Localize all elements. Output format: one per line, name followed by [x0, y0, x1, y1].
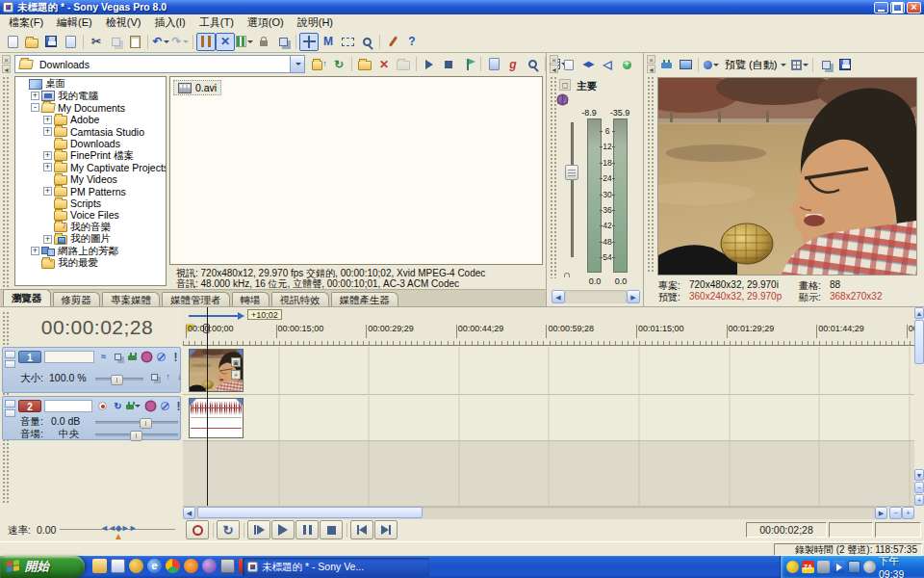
track1-automation-icon[interactable]	[140, 351, 154, 363]
track1-size-thumb[interactable]	[111, 375, 123, 385]
auto-preview-icon[interactable]	[458, 55, 477, 73]
audio-event[interactable]	[189, 398, 244, 438]
tree-item[interactable]: 我的最愛	[16, 257, 165, 269]
vscroll-thumb[interactable]	[914, 320, 924, 364]
folder-shortcut-icon[interactable]	[92, 559, 107, 573]
track2-volume-thumb[interactable]	[140, 418, 152, 429]
tree-expander-icon[interactable]: +	[43, 235, 52, 244]
dock-tab[interactable]: 修剪器	[53, 292, 101, 306]
tree-expander-icon[interactable]: -	[31, 103, 39, 112]
track1-solo-icon[interactable]: !	[168, 351, 183, 363]
network-status-icon[interactable]	[848, 561, 860, 573]
mixer-scroll-left-icon[interactable]: ◀	[552, 290, 565, 303]
preview-close-icon[interactable]: ×	[647, 55, 655, 64]
bus-solo-icon[interactable]: !	[555, 93, 570, 106]
copy-icon[interactable]	[106, 33, 125, 51]
vscroll-up-icon[interactable]: ▲	[914, 307, 924, 319]
track1-header[interactable]: 1 ≈ ! 大小: 100.0 % ↑ ↓	[2, 347, 181, 393]
chrome-icon[interactable]	[166, 559, 180, 573]
track1-number-badge[interactable]: 1	[18, 351, 41, 363]
vzoom-out-icon[interactable]: −	[914, 482, 924, 493]
minimize-button[interactable]	[874, 2, 888, 13]
input-monitor-icon[interactable]: ↻	[111, 400, 125, 412]
redo-icon[interactable]: ↷	[170, 33, 190, 51]
go-to-start-button[interactable]	[350, 520, 373, 539]
tree-item[interactable]: +FinePrint 檔案	[16, 149, 165, 161]
new-project-icon[interactable]	[3, 33, 22, 51]
tree-expander-icon[interactable]: +	[43, 163, 52, 171]
track1-minimize-icon[interactable]	[5, 351, 15, 358]
tray-player-icon[interactable]	[833, 561, 845, 573]
downmix-output-icon[interactable]: ◀▶	[578, 56, 598, 74]
shuttle-marker-icon[interactable]: ▲	[114, 531, 123, 541]
start-preview-icon[interactable]	[420, 55, 439, 73]
address-dropdown-icon[interactable]	[290, 56, 304, 72]
auto-crossfade-icon[interactable]: ✕	[216, 33, 235, 51]
tree-item[interactable]: Scripts	[16, 197, 165, 209]
selection-end-box[interactable]	[875, 522, 921, 538]
zonealarm-icon[interactable]: ZA	[802, 561, 814, 573]
video-event[interactable]: ▣ +	[189, 349, 244, 392]
stop-preview-icon[interactable]	[439, 55, 458, 73]
external-monitor-icon[interactable]	[676, 56, 695, 74]
track2-pan-slider[interactable]	[95, 434, 178, 436]
tree-item[interactable]: My Videos	[16, 173, 165, 185]
track2-pan-thumb[interactable]	[130, 431, 142, 441]
track2-number-badge[interactable]: 2	[18, 400, 41, 412]
playhead[interactable]	[207, 307, 208, 506]
play-from-start-button[interactable]	[247, 520, 270, 539]
project-properties-icon[interactable]	[61, 33, 80, 51]
selection-edit-tool-icon[interactable]	[338, 33, 357, 51]
tree-expander-icon[interactable]: +	[43, 116, 52, 124]
auto-ripple-icon[interactable]	[235, 33, 254, 51]
timeline-ruler[interactable]: +10;02 00:00:00;0000:00:15;0000:00:29;29…	[183, 307, 914, 346]
track1-size-slider[interactable]	[95, 378, 143, 381]
document-shortcut-icon[interactable]	[111, 559, 125, 573]
normal-edit-tool-icon[interactable]	[299, 33, 319, 51]
file-item[interactable]: 0.avi	[173, 80, 221, 95]
track1-name-field[interactable]	[44, 351, 94, 363]
hscroll-thumb[interactable]	[197, 507, 423, 518]
menu-item[interactable]: 檢視(V)	[99, 14, 148, 31]
record-arm-icon[interactable]	[95, 400, 110, 412]
vscroll-down-icon[interactable]: ▼	[914, 469, 924, 481]
menu-item[interactable]: 檔案(F)	[2, 14, 50, 31]
vzoom-in-icon[interactable]: +	[914, 494, 924, 506]
tree-item[interactable]: 我的音樂	[16, 222, 165, 233]
hscroll-left-icon[interactable]: ◀	[183, 507, 195, 519]
fade-handle-icon[interactable]	[190, 350, 196, 356]
cursor-time-box[interactable]: 00:00:02;28	[746, 522, 827, 538]
tutorials-icon[interactable]	[383, 33, 402, 51]
mixer-properties-icon[interactable]	[559, 56, 578, 74]
master-fader-thumb[interactable]	[565, 165, 578, 180]
event-fx-icon[interactable]: +	[231, 370, 241, 380]
tree-item[interactable]: +我的圖片	[16, 233, 165, 245]
track2-header[interactable]: 2 ↻ ! 音量: 0.0 dB 音場: 中央	[2, 396, 181, 440]
timeline-vscrollbar[interactable]: ▲ ▼ − +	[914, 307, 924, 506]
tree-expander-icon[interactable]: +	[43, 187, 52, 196]
task-button[interactable]: 未標題的 * - Sony Ve...	[243, 558, 429, 576]
tree-expander-icon[interactable]: +	[31, 247, 39, 255]
whats-this-help-icon[interactable]: ?	[402, 33, 422, 51]
tree-item[interactable]: +PM Patterns	[16, 186, 165, 197]
preview-collapse-icon[interactable]: ◂	[647, 65, 655, 73]
track2-minimize-icon[interactable]	[5, 400, 15, 407]
dim-output-icon[interactable]: ◁	[598, 56, 617, 74]
dock-tab[interactable]: 專案媒體	[102, 292, 160, 306]
address-combo[interactable]: Downloads	[14, 55, 305, 73]
refresh-icon[interactable]: ↻	[329, 55, 348, 73]
mixer-scrollbar[interactable]: ◀ ▶	[552, 290, 640, 303]
dock-tab[interactable]: 轉場	[232, 292, 270, 306]
dock-tab[interactable]: 視訊特效	[271, 292, 329, 306]
tree-expander-icon[interactable]: +	[43, 127, 52, 136]
media-manager-icon[interactable]	[484, 55, 503, 73]
dock-tab[interactable]: 瀏覽器	[3, 289, 51, 306]
zoom-in-icon[interactable]: +	[902, 507, 914, 519]
mixer-scroll-right-icon[interactable]: ▶	[627, 290, 640, 303]
start-button[interactable]: 開始	[0, 556, 85, 578]
empty-track-area[interactable]	[183, 441, 914, 507]
tray-volume-icon[interactable]	[863, 561, 876, 573]
play-button[interactable]	[271, 520, 295, 539]
preview-quality-icon[interactable]: 預覽 (自動)	[721, 58, 790, 72]
explorer-collapse-icon[interactable]: ◂	[2, 65, 11, 73]
